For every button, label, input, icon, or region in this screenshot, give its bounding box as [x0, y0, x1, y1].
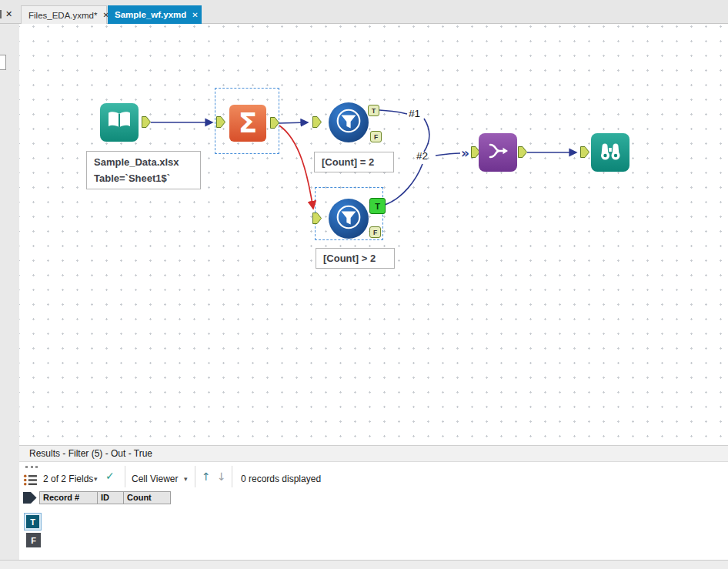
- tab-strip-edge: [0, 10, 2, 18]
- close-icon[interactable]: ✕: [192, 11, 198, 19]
- binoculars-icon: [597, 139, 623, 166]
- union-merge-icon: [486, 139, 509, 166]
- grid-corner-icon: [22, 491, 38, 507]
- input-anchor[interactable]: [312, 116, 322, 131]
- results-panel-body: [19, 463, 728, 560]
- left-dock-strip: [0, 24, 19, 569]
- true-output-anchor[interactable]: T: [368, 105, 379, 116]
- connection-label-1: #1: [409, 108, 420, 119]
- false-output-anchor[interactable]: F: [369, 226, 381, 238]
- output-anchor[interactable]: [518, 146, 527, 161]
- funnel-icon: [335, 107, 362, 138]
- collapsed-panel-handle[interactable]: [0, 55, 6, 70]
- connection-label-2: #2: [416, 150, 428, 162]
- input-anchor[interactable]: [580, 146, 589, 161]
- tab-sample-wf[interactable]: Sample_wf.yxmd ✕: [108, 5, 202, 24]
- status-bar: [0, 560, 728, 569]
- true-output-anchor-selected[interactable]: T: [369, 198, 386, 214]
- funnel-icon: [335, 203, 362, 234]
- column-header-id[interactable]: ID: [97, 491, 124, 504]
- union-input-chevrons: »: [461, 146, 469, 161]
- toolbar-separator: [195, 466, 195, 487]
- sigma-icon: Σ: [239, 106, 258, 140]
- output-tab-false[interactable]: F: [26, 533, 41, 547]
- input-anchor[interactable]: [216, 116, 225, 131]
- results-panel-header: Results - Filter (5) - Out - True: [19, 445, 728, 462]
- fields-dropdown[interactable]: 2 of 2 Fields: [43, 474, 93, 484]
- cell-viewer-dropdown[interactable]: Cell Viewer: [132, 474, 178, 484]
- book-icon: [107, 111, 132, 134]
- toolbar-grip-handle[interactable]: [25, 466, 38, 468]
- annotation-filter-bottom[interactable]: [Count] > 2: [316, 248, 395, 269]
- column-header-count[interactable]: Count: [123, 491, 171, 504]
- annotation-line: [Count] > 2: [323, 253, 387, 264]
- annotation-line: Sample_Data.xlsx: [94, 154, 193, 170]
- output-tab-true[interactable]: T: [24, 513, 42, 531]
- previous-record-button[interactable]: ↑: [202, 470, 211, 483]
- input-anchor[interactable]: [312, 213, 322, 227]
- tool-summarize[interactable]: Σ: [229, 105, 266, 142]
- next-record-button[interactable]: ↓: [217, 470, 226, 483]
- output-anchor[interactable]: [270, 117, 279, 132]
- annotation-line: [Count] = 2: [322, 156, 386, 168]
- close-tab-icon[interactable]: ✕: [5, 9, 12, 19]
- field-list-icon[interactable]: [23, 473, 38, 490]
- toolbar-separator: [232, 466, 232, 487]
- annotation-line: Table=`Sheet1$`: [94, 170, 193, 186]
- tab-label: Sample_wf.yxmd: [115, 10, 186, 19]
- tab-files-eda[interactable]: Files_EDA.yxmd* ✕: [21, 5, 107, 24]
- column-header-record[interactable]: Record #: [39, 491, 98, 504]
- chevron-down-icon[interactable]: ▾: [184, 475, 188, 483]
- false-output-anchor[interactable]: F: [370, 131, 382, 142]
- annotation-input-data[interactable]: Sample_Data.xlsx Table=`Sheet1$`: [86, 151, 201, 189]
- chevron-down-icon[interactable]: ▾: [94, 475, 98, 483]
- tab-label: Files_EDA.yxmd*: [28, 11, 97, 20]
- tool-filter-bottom[interactable]: [329, 199, 369, 239]
- output-anchor[interactable]: [142, 116, 151, 131]
- annotation-filter-top[interactable]: [Count] = 2: [314, 152, 394, 172]
- alteryx-designer-window: ✕ Files_EDA.yxmd* ✕ Sample_wf.yxmd ✕: [0, 0, 728, 569]
- tool-union[interactable]: [479, 133, 517, 172]
- records-displayed-text: 0 records displayed: [241, 474, 321, 484]
- toolbar-separator: [125, 466, 125, 487]
- output-tab-true-label: T: [26, 515, 39, 528]
- tool-browse[interactable]: [591, 133, 629, 172]
- tool-filter-top[interactable]: [329, 102, 369, 142]
- select-all-fields-check[interactable]: ✓: [105, 470, 115, 482]
- tool-input-data[interactable]: [100, 103, 139, 142]
- results-title: Results - Filter (5) - Out - True: [29, 448, 152, 459]
